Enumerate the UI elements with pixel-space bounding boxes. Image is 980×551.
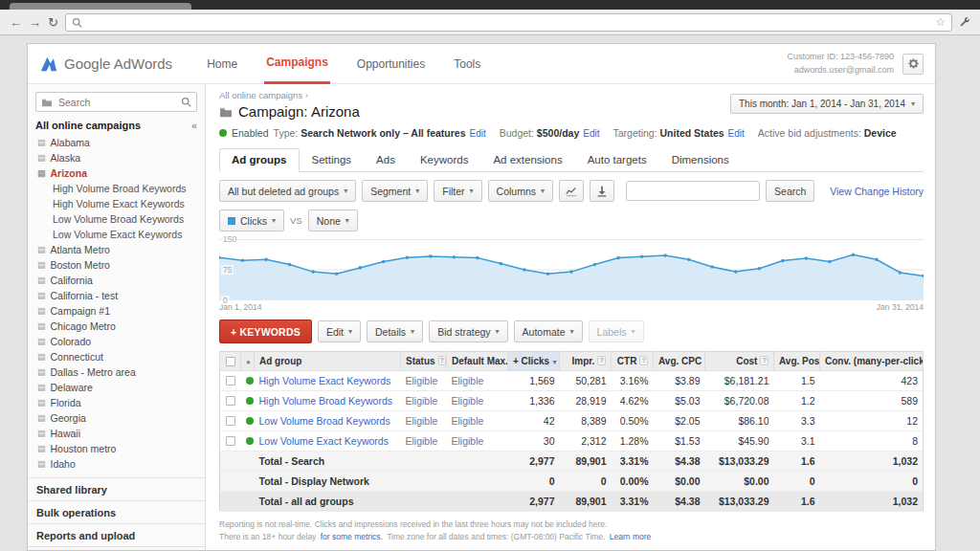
nav-tools[interactable]: Tools <box>452 44 482 84</box>
tab-ad-groups[interactable]: Ad groups <box>219 148 300 172</box>
search-icon[interactable] <box>181 97 191 107</box>
collapse-sidebar-icon[interactable]: « <box>191 120 197 131</box>
status-segment-budget: Budget: $500/dayEdit <box>500 127 600 139</box>
some-metrics-link[interactable]: for some metrics. <box>321 532 383 541</box>
sidebar-search-input[interactable] <box>56 96 177 109</box>
column-header-status[interactable]: Status? <box>401 352 447 371</box>
sidebar-item-georgia[interactable]: ▤Georgia <box>28 410 205 426</box>
all-campaigns-header[interactable]: All online campaigns « <box>28 118 205 135</box>
sidebar-item-alaska[interactable]: ▤Alaska <box>28 150 205 165</box>
row-checkbox[interactable] <box>226 376 235 386</box>
dropdown-segment[interactable]: Segment▾ <box>362 180 428 202</box>
address-bar[interactable]: ☆ <box>65 13 952 32</box>
column-header-cost[interactable]: Cost? <box>705 352 774 371</box>
ad-group-link[interactable]: High Volume Broad Keywords <box>259 395 393 407</box>
nav-opportunities[interactable]: Opportunities <box>355 44 427 84</box>
sidebar-item-low-volume-exact-keywords[interactable]: Low Volume Exact Keywords <box>28 227 205 242</box>
total-empty-cell <box>220 452 241 472</box>
ad-group-link[interactable]: Low Volume Exact Keywords <box>259 435 389 447</box>
download-button[interactable] <box>590 180 614 202</box>
tab-ads[interactable]: Ads <box>364 148 408 171</box>
sidebar-item-atlanta-metro[interactable]: ▤Atlanta Metro <box>28 242 205 257</box>
column-header-default-max-cpc[interactable]: Default Max. CPC? <box>447 352 508 371</box>
nav-home[interactable]: Home <box>205 44 239 84</box>
sidebar-item-colorado[interactable]: ▤Colorado <box>28 334 205 349</box>
compare-metric-selector[interactable]: None ▾ <box>308 209 358 231</box>
row-checkbox[interactable] <box>226 436 235 446</box>
edit-link[interactable]: Edit <box>728 128 745 139</box>
dropdown-all-but-deleted-ad-groups[interactable]: All but deleted ad groups▾ <box>219 180 356 202</box>
date-range-selector[interactable]: This month: Jan 1, 2014 - Jan 31, 2014 ▾ <box>730 94 924 114</box>
back-icon[interactable]: ← <box>10 16 22 29</box>
metric-selector[interactable]: Clicks ▾ <box>219 209 284 231</box>
sidebar-section-shared-library[interactable]: Shared library <box>28 477 205 500</box>
automate-button[interactable]: Automate▾ <box>514 320 583 342</box>
tab-dimensions[interactable]: Dimensions <box>659 148 742 171</box>
sidebar-section-labels[interactable]: Labels <box>28 546 205 550</box>
cell-impr: 50,281 <box>560 371 612 391</box>
sidebar-item-campaign-1[interactable]: ▤Campaign #1 <box>28 303 205 319</box>
add-keywords-button[interactable]: + KEYWORDS <box>219 320 312 343</box>
row-checkbox[interactable] <box>226 416 235 426</box>
column-header-clicks[interactable]: + Clicks▼? <box>508 352 560 371</box>
browser-menu-wrench-icon[interactable] <box>959 16 970 28</box>
sidebar-item-boston-metro[interactable]: ▤Boston Metro <box>28 257 205 273</box>
refresh-icon[interactable]: ↻ <box>48 16 58 29</box>
bookmark-star-icon[interactable]: ☆ <box>935 16 946 28</box>
details-button[interactable]: Details▾ <box>367 320 423 342</box>
select-all-header[interactable] <box>220 352 241 371</box>
ad-group-link[interactable]: High Volume Exact Keywords <box>259 375 391 386</box>
adwords-logo-icon <box>39 55 58 73</box>
sidebar-item-high-volume-broad-keywords[interactable]: High Volume Broad Keywords <box>28 181 205 196</box>
sidebar-item-alabama[interactable]: ▤Alabama <box>28 135 205 150</box>
sidebar-item-chicago-metro[interactable]: ▤Chicago Metro <box>28 319 205 334</box>
column-header-conv-many-per-click[interactable]: Conv. (many-per-click)? <box>820 352 924 371</box>
tab-settings[interactable]: Settings <box>300 148 365 171</box>
column-header-ctr[interactable]: CTR? <box>612 352 654 371</box>
sidebar-item-houston-metro[interactable]: ▤Houston metro <box>28 441 205 456</box>
column-header-avg-pos[interactable]: Avg. Pos.? <box>774 352 820 371</box>
toggle-graph-button[interactable] <box>559 180 584 202</box>
column-header-avg-cpc[interactable]: Avg. CPC? <box>654 352 705 371</box>
sidebar-item-hawaii[interactable]: ▤Hawaii <box>28 426 205 441</box>
sidebar-search-box[interactable] <box>35 92 197 112</box>
tab-ad-extensions[interactable]: Ad extensions <box>480 148 574 171</box>
sidebar-item-connecticut[interactable]: ▤Connecticut <box>28 349 205 364</box>
sidebar-item-idaho[interactable]: ▤Idaho <box>28 456 205 472</box>
sidebar-item-low-volume-broad-keywords[interactable]: Low Volume Broad Keywords <box>28 211 205 227</box>
column-header-impr[interactable]: Impr.? <box>560 352 612 371</box>
dropdown-filter[interactable]: Filter▾ <box>434 180 481 202</box>
sidebar-item-california[interactable]: ▤California <box>28 273 205 288</box>
tab-auto-targets[interactable]: Auto targets <box>575 148 659 171</box>
select-all-checkbox[interactable] <box>226 357 235 366</box>
sidebar-item-delaware[interactable]: ▤Delaware <box>28 380 205 395</box>
sidebar-item-dallas-metro-area[interactable]: ▤Dallas - Metro area <box>28 364 205 380</box>
edit-link[interactable]: Edit <box>470 128 486 139</box>
ad-group-link[interactable]: Low Volume Broad Keywords <box>259 415 390 427</box>
nav-campaigns[interactable]: Campaigns <box>264 44 330 84</box>
view-change-history-link[interactable]: View Change History <box>830 186 924 197</box>
edit-button[interactable]: Edit▾ <box>318 320 361 342</box>
campaign-label: Alaska <box>51 152 81 164</box>
browser-tab[interactable] <box>10 3 191 10</box>
sidebar-section-bulk-operations[interactable]: Bulk operations <box>28 500 205 523</box>
sidebar-item-florida[interactable]: ▤Florida <box>28 395 205 410</box>
dropdown-columns[interactable]: Columns▾ <box>488 180 553 202</box>
sidebar-item-california-test[interactable]: ▤California - test <box>28 288 205 303</box>
search-button[interactable]: Search <box>766 180 814 202</box>
column-header-ad-group[interactable]: Ad group <box>255 352 401 371</box>
sidebar-item-high-volume-exact-keywords[interactable]: High Volume Exact Keywords <box>28 196 205 211</box>
bid-strategy-button[interactable]: Bid strategy▾ <box>429 320 507 342</box>
labels-button[interactable]: Labels▾ <box>589 320 644 342</box>
row-checkbox[interactable] <box>226 396 235 406</box>
adwords-logo[interactable]: Google AdWords <box>39 55 172 73</box>
table-search-input[interactable] <box>626 181 760 201</box>
settings-gear-button[interactable] <box>902 54 924 75</box>
sidebar-section-reports-and-upload[interactable]: Reports and upload <box>28 523 205 546</box>
campaign-list: ▤Alabama▤Alaska▤ArizonaHigh Volume Broad… <box>28 135 205 472</box>
learn-more-link[interactable]: Learn more <box>610 532 651 541</box>
forward-icon[interactable]: → <box>29 16 41 29</box>
tab-keywords[interactable]: Keywords <box>408 148 481 171</box>
edit-link[interactable]: Edit <box>583 128 599 139</box>
sidebar-item-arizona[interactable]: ▤Arizona <box>28 165 205 181</box>
